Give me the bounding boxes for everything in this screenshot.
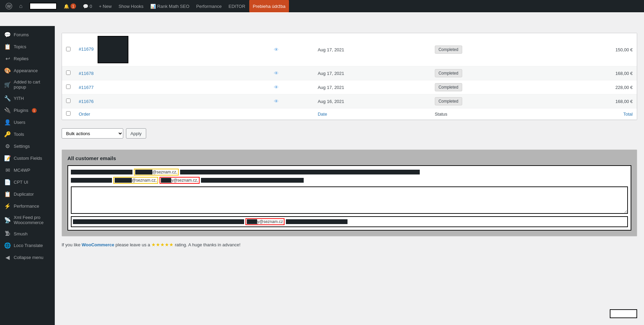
email-highlight-red-2: y@seznam.cz: [245, 218, 285, 225]
sidebar-item-collapse[interactable]: ◀ Collapse menu: [0, 251, 55, 263]
woocommerce-link[interactable]: WooCommerce: [82, 242, 114, 247]
sidebar-item-appearance[interactable]: 🎨 Appearance: [0, 65, 55, 77]
table-row: #11678 👁 Aug 17, 2021 Completed 168,00 €: [62, 66, 637, 80]
email-highlight-yellow-2: @seznam.cz,: [113, 177, 158, 184]
order-link[interactable]: #11676: [79, 99, 93, 104]
appearance-icon: 🎨: [4, 67, 11, 74]
home-button[interactable]: ⌂: [16, 0, 25, 12]
eye-cell: 👁: [270, 94, 314, 108]
email-redacted-1: [71, 170, 132, 174]
sidebar-item-label: Users: [14, 120, 25, 125]
sidebar-item-settings[interactable]: ⚙ Settings: [0, 140, 55, 152]
sidebar-item-replies[interactable]: ↩ Replies: [0, 53, 55, 65]
footer-total-col: Total: [551, 108, 637, 120]
collapse-icon: ◀: [4, 254, 11, 261]
row-checkbox-cell: [62, 66, 75, 80]
sidebar-item-smush[interactable]: 🗜 Smush: [0, 228, 55, 239]
row-checkbox[interactable]: [66, 70, 71, 75]
sidebar: 💬 Forums 📋 Topics ↩ Replies 🎨 Appearance…: [0, 26, 55, 325]
order-cell: #11679: [75, 33, 270, 66]
row-checkbox-cell: [62, 33, 75, 66]
sidebar-item-plugins[interactable]: 🔌 Plugins 1: [0, 104, 55, 116]
yith-icon: 🔧: [4, 95, 11, 102]
order-link[interactable]: #11678: [79, 71, 93, 76]
sidebar-item-label: Custom Fields: [14, 156, 42, 161]
footer-empty-col: [270, 108, 314, 120]
footer-checkbox[interactable]: [66, 111, 71, 116]
status-button[interactable]: Completed: [435, 83, 462, 91]
order-link[interactable]: #11679: [79, 47, 93, 52]
status-button[interactable]: Completed: [435, 46, 462, 54]
eye-icon[interactable]: 👁: [274, 47, 279, 52]
sidebar-item-topics[interactable]: 📋 Topics: [0, 41, 55, 53]
order-redacted-image: [98, 36, 128, 63]
sidebar-item-users[interactable]: 👤 Users: [0, 116, 55, 128]
sidebar-item-label: Collapse menu: [14, 255, 43, 260]
status-button[interactable]: Completed: [435, 97, 462, 105]
main-layout: 💬 Forums 📋 Topics ↩ Replies 🎨 Appearance…: [0, 26, 644, 325]
sidebar-item-added-to-cart[interactable]: 🛒 Added to cart popup: [0, 77, 55, 92]
customer-emails-section: All customer emails @seznam.cz,: [62, 150, 637, 236]
status-button[interactable]: Completed: [435, 69, 462, 77]
maintenance-button[interactable]: Prebieha údržba: [249, 0, 289, 12]
total-cell: 150,00 €: [551, 33, 637, 66]
sidebar-item-mc4wp[interactable]: ✉ MC4WP: [0, 164, 55, 176]
plugins-icon: 🔌: [4, 107, 11, 114]
users-icon: 👤: [4, 119, 11, 126]
sidebar-item-forums[interactable]: 💬 Forums: [0, 29, 55, 41]
forums-icon: 💬: [4, 31, 11, 38]
order-link[interactable]: #11677: [79, 85, 93, 90]
eye-icon[interactable]: 👁: [274, 70, 279, 76]
date-column-link[interactable]: Date: [318, 112, 327, 117]
comments-button[interactable]: 💬 0: [80, 0, 95, 12]
rating-stars: ★★★★★: [151, 242, 174, 247]
table-row: #11677 👁 Aug 17, 2021 Completed 228,00 €: [62, 80, 637, 94]
show-hooks-button[interactable]: Show Hooks: [116, 0, 146, 12]
tools-icon: 🔑: [4, 131, 11, 138]
bulk-actions-select[interactable]: Bulk actions Mark processing Mark on-hol…: [62, 128, 123, 139]
rank-math-button[interactable]: 📊 Rank Math SEO: [148, 0, 192, 12]
status-column-label: Status: [435, 112, 447, 117]
email-domain-1: @seznam.cz,: [152, 170, 177, 174]
sidebar-item-performance[interactable]: ⚡ Performance: [0, 200, 55, 212]
apply-button[interactable]: Apply: [126, 128, 146, 139]
email-row-2: @seznam.cz, y@seznam.cz,: [71, 177, 628, 184]
eye-cell: 👁: [270, 66, 314, 80]
bulk-actions-bar: Bulk actions Mark processing Mark on-hol…: [62, 124, 637, 143]
sidebar-item-label: Tools: [14, 132, 24, 137]
new-button[interactable]: + New: [96, 0, 114, 12]
table-footer-row: Order Date Status Total: [62, 108, 637, 120]
row-checkbox[interactable]: [66, 47, 71, 51]
eye-icon[interactable]: 👁: [274, 99, 279, 104]
performance-button[interactable]: Performance: [193, 0, 224, 12]
topics-icon: 📋: [4, 43, 11, 50]
email-footer-redacted-2: [286, 219, 348, 224]
notifications-button[interactable]: 🔔 1: [61, 0, 79, 12]
order-column-link[interactable]: Order: [79, 112, 90, 117]
comment-icon: 💬: [83, 4, 88, 9]
row-checkbox[interactable]: [66, 99, 71, 103]
sidebar-item-duplicator[interactable]: 📋 Duplicator: [0, 188, 55, 200]
rating-text-after: rating. A huge thanks in advance!: [175, 242, 241, 247]
orders-table-wrap: #11679 👁 Aug 17, 2021 Completed 150,00 €: [62, 33, 637, 120]
eye-icon[interactable]: 👁: [274, 84, 279, 90]
sidebar-item-label: Performance: [14, 204, 39, 209]
editor-button[interactable]: EDITOR: [226, 0, 248, 12]
email-redacted-long-2: [201, 178, 304, 183]
sidebar-item-yith[interactable]: 🔧 YITH: [0, 92, 55, 104]
order-cell: #11676: [75, 94, 270, 108]
email-domain-2: @seznam.cz,: [132, 178, 157, 183]
sidebar-item-custom-fields[interactable]: 📝 Custom Fields: [0, 152, 55, 164]
sidebar-item-cpt-ui[interactable]: 📄 CPT UI: [0, 176, 55, 188]
emails-textarea[interactable]: [71, 186, 628, 214]
wp-logo[interactable]: ⓦ: [3, 0, 15, 12]
row-checkbox[interactable]: [66, 84, 71, 89]
sidebar-item-loco-translate[interactable]: 🌐 Loco Translate: [0, 239, 55, 251]
sidebar-item-tools[interactable]: 🔑 Tools: [0, 128, 55, 140]
table-row: #11679 👁 Aug 17, 2021 Completed 150,00 €: [62, 33, 637, 66]
total-column-link[interactable]: Total: [623, 112, 633, 117]
settings-icon: ⚙: [4, 143, 11, 150]
sidebar-item-xml-feed[interactable]: 📡 Xml Feed pro Woocommerce: [0, 212, 55, 228]
emails-inner: @seznam.cz, @seznam.cz, y@seznam.cz,: [67, 165, 631, 231]
total-cell: 168,00 €: [551, 94, 637, 108]
